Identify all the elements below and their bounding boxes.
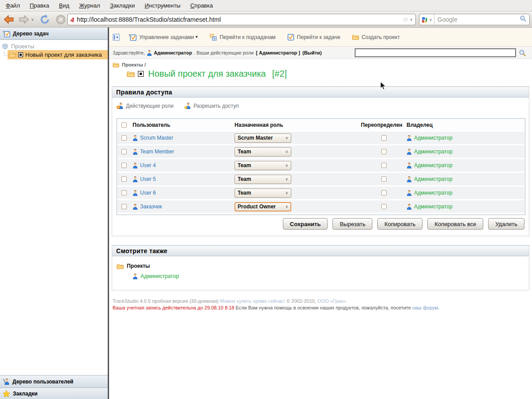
owner-link[interactable]: Администратор [414, 162, 453, 168]
owner-link[interactable]: Администратор [414, 135, 453, 141]
see-also-user-link[interactable]: Администратор [141, 273, 179, 279]
role-select[interactable]: Team ∨ [235, 188, 291, 198]
url-text[interactable]: http://localhost:8888/TrackStudio/static… [77, 16, 403, 23]
tree-item-projects[interactable]: Проекты [0, 42, 34, 51]
tree-item-selected-label: Новый проект для заказчика [25, 51, 102, 58]
grant-access-link[interactable]: Разрешить доступ [184, 102, 239, 109]
user-link[interactable]: User 6 [140, 190, 156, 196]
owner-icon [407, 162, 412, 168]
logout-link[interactable]: (Выйти) [302, 50, 322, 55]
forward-icon[interactable] [19, 14, 29, 25]
search-bar[interactable]: ∨ Google [419, 14, 530, 25]
override-checkbox[interactable] [381, 149, 387, 154]
goto-task-button[interactable]: Перейти к задаче [287, 34, 340, 41]
user-link[interactable]: User 4 [140, 162, 156, 168]
override-checkbox[interactable] [381, 190, 387, 196]
goto-subtasks-button[interactable]: Перейти к подзадачам [210, 34, 275, 41]
role-select[interactable]: Team ∨ [235, 147, 291, 156]
select-all-checkbox[interactable] [121, 122, 127, 128]
user-tree-panel-button[interactable]: Дерево пользователей [0, 375, 108, 387]
owner-icon [407, 176, 412, 182]
user-link[interactable]: Team Member [140, 149, 174, 155]
manage-tasks-menu[interactable]: Управление задачами ▼ [129, 34, 198, 41]
row-select-checkbox[interactable] [121, 204, 127, 209]
table-row: Заказчик Product Owner ∨ Администратор [117, 200, 524, 213]
copy-all-button[interactable]: Копировать все [427, 218, 483, 230]
override-checkbox[interactable] [381, 163, 387, 168]
owner-icon [407, 149, 412, 155]
menu-help[interactable]: Справка [185, 0, 218, 11]
footer-copyright: © 2002-2010, [286, 298, 316, 304]
bookmarks-panel-button[interactable]: Закладки [0, 387, 108, 399]
user-link[interactable]: User 5 [140, 176, 156, 182]
collapse-sidebar-button[interactable] [113, 34, 122, 41]
row-select-checkbox[interactable] [121, 163, 127, 168]
override-checkbox[interactable] [381, 135, 387, 141]
see-also-user-row: Администратор [133, 273, 179, 279]
role-select-chevron-icon: ∨ [285, 191, 288, 195]
user-link[interactable]: Scrum Master [140, 135, 173, 141]
stop-icon[interactable] [55, 14, 66, 25]
back-history-chevron-icon[interactable]: ∨ [31, 17, 34, 22]
owner-icon [407, 135, 412, 141]
override-checkbox[interactable] [381, 176, 387, 182]
footer-company-link[interactable]: ООО «Гран» [317, 298, 346, 304]
create-project-button[interactable]: Создать проект [352, 34, 400, 40]
google-logo-icon [421, 16, 428, 23]
effective-roles-link[interactable]: ! Действующие роли [117, 102, 173, 109]
role-select[interactable]: Team ∨ [235, 161, 291, 170]
footer-help-text: Если Вам нужна помощь в освоении наших п… [235, 305, 411, 310]
owner-link[interactable]: Администратор [414, 149, 453, 155]
row-select-checkbox[interactable] [121, 176, 127, 182]
owner-link[interactable]: Администратор [414, 190, 453, 196]
breadcrumb-folder-icon [113, 62, 119, 67]
menu-tools[interactable]: Инструменты [140, 0, 185, 11]
back-icon[interactable] [4, 14, 14, 25]
url-dropdown-chevron-icon[interactable]: ∨ [410, 17, 413, 22]
owner-link[interactable]: Администратор [414, 176, 453, 182]
collapse-sidebar-icon [113, 34, 120, 41]
greeting-username[interactable]: Администратор [154, 50, 192, 55]
row-select-checkbox[interactable] [121, 149, 127, 154]
see-also-projects-label[interactable]: Проекты [127, 263, 150, 269]
bookmark-star-icon[interactable]: ☆ [403, 16, 408, 23]
row-user-icon [133, 176, 138, 182]
search-go-icon[interactable] [520, 15, 527, 24]
url-bar[interactable]: 4 http://localhost:8888/TrackStudio/stat… [67, 14, 416, 25]
search-engine-chevron-icon[interactable]: ∨ [429, 17, 432, 22]
effective-roles-label: Действующие роли [126, 103, 173, 109]
row-select-checkbox[interactable] [121, 135, 127, 141]
menu-file[interactable]: Файл [1, 0, 25, 11]
copy-button[interactable]: Копировать [377, 218, 422, 230]
user-link[interactable]: Заказчик [140, 203, 162, 210]
see-also-user-icon [133, 273, 138, 279]
role-select[interactable]: Team ∨ [235, 175, 291, 184]
role-select[interactable]: Product Owner ∨ [235, 202, 291, 211]
grant-access-label: Разрешить доступ [193, 103, 239, 109]
search-engine-selector[interactable]: ∨ [419, 14, 434, 25]
footer-buy-link[interactable]: Можно купить прямо сейчас! [220, 298, 285, 304]
menu-history[interactable]: Журнал [74, 0, 105, 11]
save-button[interactable]: Сохранить [283, 218, 328, 230]
menu-view[interactable]: Вид [54, 0, 74, 11]
owner-link[interactable]: Администратор [414, 203, 453, 210]
delete-button[interactable]: Удалить [488, 218, 524, 230]
trackstudio-favicon-icon: 4 [70, 16, 74, 23]
row-user-icon [133, 203, 138, 210]
menu-edit[interactable]: Правка [25, 0, 54, 11]
quick-search-input[interactable] [355, 48, 516, 57]
override-checkbox[interactable] [381, 204, 387, 209]
role-select[interactable]: Scrum Master ∨ [235, 133, 291, 143]
footer-forum-link[interactable]: наш форум [412, 305, 438, 310]
search-input[interactable]: Google [434, 16, 520, 23]
tree-item-selected-project[interactable]: Новый проект для заказчика [8, 50, 108, 59]
manage-tasks-label: Управление задачами [139, 34, 194, 40]
reload-icon[interactable] [39, 14, 50, 25]
role-select-chevron-icon: ∨ [285, 163, 288, 168]
cut-button[interactable]: Вырезать [332, 218, 372, 230]
quick-search-icon[interactable] [519, 49, 526, 59]
row-select-checkbox[interactable] [121, 190, 127, 196]
menu-bookmarks[interactable]: Закладки [105, 0, 140, 11]
task-tree-header[interactable]: Дерево задач [0, 27, 108, 40]
breadcrumb-link[interactable]: Проекты / [122, 62, 146, 67]
